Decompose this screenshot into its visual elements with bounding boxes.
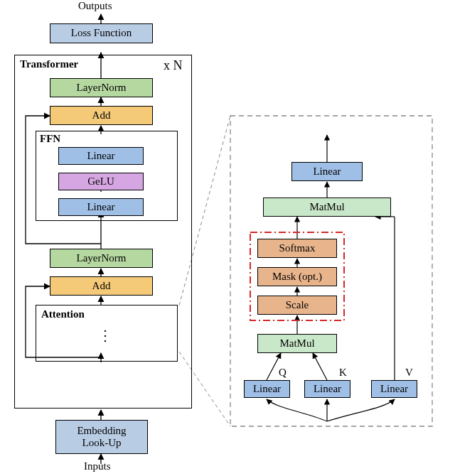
ffn-label: FFN [40,133,60,145]
inputs-label: Inputs [84,460,111,472]
layernorm-top: LayerNorm [50,78,153,97]
attn-matmul-bottom: MatMul [257,334,337,353]
add-top: Add [50,106,153,125]
embedding-lookup: Embedding Look-Up [55,420,148,454]
ffn-linear-top: Linear [58,147,144,165]
attn-out-linear: Linear [291,162,363,181]
attn-linear-q: Linear [244,380,290,398]
svg-line-16 [313,353,327,380]
attn-linear-v: Linear [371,380,417,398]
ffn-linear-bottom: Linear [58,198,144,216]
loss-function-block: Loss Function [50,23,153,43]
xn-label: x N [164,58,183,73]
q-label: Q [279,367,287,379]
attn-matmul-top: MatMul [263,198,391,217]
k-label: K [339,367,347,379]
ffn-gelu: GeLU [58,173,144,190]
attention-dots: ⋮ [98,327,112,344]
transformer-label: Transformer [20,58,78,70]
outputs-label: Outputs [78,0,112,12]
attn-linear-k: Linear [304,380,350,398]
attn-scale: Scale [257,296,337,315]
attention-label: Attention [41,308,85,320]
add-bottom: Add [50,276,153,296]
layernorm-bottom: LayerNorm [50,249,153,268]
attn-mask: Mask (opt.) [257,267,337,286]
attn-softmax: Softmax [257,239,337,258]
v-label: V [405,367,413,379]
